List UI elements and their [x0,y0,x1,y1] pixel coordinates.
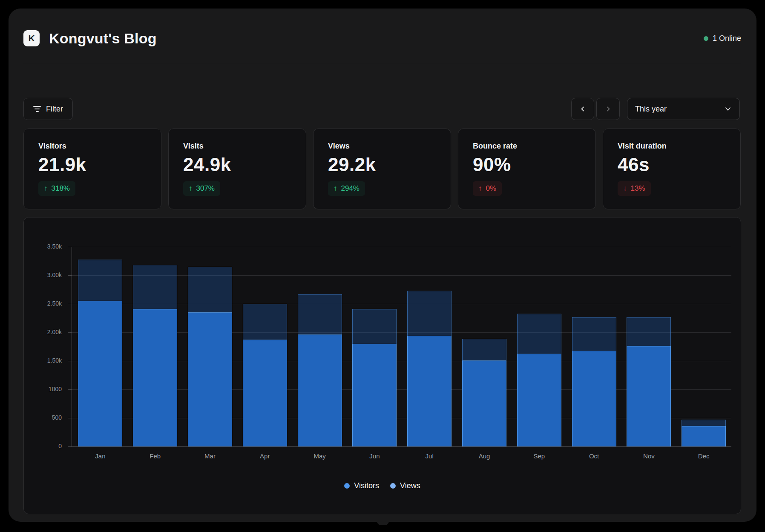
y-axis-line [72,247,72,447]
header-divider [23,64,741,64]
stat-card-visitors: Visitors 21.9k ↑318% [23,129,161,209]
x-axis-label-mar: Mar [183,452,238,461]
y-axis-tick [68,418,72,418]
bar-group-may[interactable] [292,247,347,446]
traffic-chart-card: 3.50k3.00k2.50k2.00k1.50k10005000JanFebM… [23,217,741,514]
stat-change-value: 307% [196,184,215,193]
y-axis-label: 3.50k [32,243,62,250]
y-axis-tick [68,446,72,447]
blog-logo: K [23,30,40,46]
stat-label: Bounce rate [473,142,581,151]
visitors-bar[interactable] [78,301,122,446]
stat-change-badge: ↑0% [473,181,502,196]
period-select-value: This year [635,105,667,114]
visitors-bar[interactable] [517,354,561,446]
stat-value: 24.9k [183,154,291,175]
bar-group-apr[interactable] [237,247,292,446]
y-axis-label: 500 [32,414,62,421]
stat-value: 90% [473,154,581,175]
bar-group-feb[interactable] [128,247,183,446]
stat-label: Visit duration [618,142,726,151]
next-period-button[interactable] [596,98,620,120]
x-axis-label-apr: Apr [237,452,292,461]
bar-group-mar[interactable] [183,247,238,446]
legend-dot-icon [390,483,396,489]
y-axis-label: 2.50k [32,300,62,307]
y-axis-tick [68,304,72,304]
online-status-dot-icon [704,36,708,41]
chevron-down-icon [724,105,732,113]
x-axis-label-feb: Feb [128,452,183,461]
period-select[interactable]: This year [627,98,740,120]
next-section-peek [377,520,389,525]
trend-arrow-icon: ↓ [623,184,627,193]
visitors-bar[interactable] [682,426,726,446]
trend-arrow-icon: ↑ [189,184,193,193]
visitors-bar[interactable] [298,335,342,446]
stat-value: 21.9k [38,154,147,175]
x-axis-label-nov: Nov [621,452,676,461]
logo-letter: K [28,33,35,43]
stat-change-value: 13% [631,184,645,193]
bar-group-jul[interactable] [402,247,457,446]
filter-button-label: Filter [46,105,63,114]
visitors-bar[interactable] [188,312,232,446]
visitors-bar[interactable] [627,346,671,446]
y-axis-tick [68,247,72,247]
visitors-bar[interactable] [133,309,177,446]
x-axis-label-jul: Jul [402,452,457,461]
visitors-bar[interactable] [462,360,506,446]
bar-chart: 3.50k3.00k2.50k2.00k1.50k10005000JanFebM… [24,217,741,514]
legend-label: Visitors [354,481,379,490]
bar-group-sep[interactable] [512,247,567,446]
chevron-left-icon [579,106,586,112]
legend-item-views[interactable]: Views [390,481,420,490]
x-axis-label-aug: Aug [457,452,512,461]
chart-legend: VisitorsViews [24,481,741,490]
legend-dot-icon [344,483,350,489]
visitors-bar[interactable] [407,336,452,446]
stat-change-badge: ↑318% [38,181,75,196]
stat-value: 46s [618,154,726,175]
visitors-bar[interactable] [243,340,287,446]
online-status: 1 Online [704,34,741,43]
bar-group-oct[interactable] [567,247,621,446]
visitors-bar[interactable] [352,344,397,446]
stat-value: 29.2k [328,154,436,175]
y-axis-label: 1.50k [32,357,62,364]
x-axis-label-sep: Sep [512,452,567,461]
x-axis-label-may: May [292,452,347,461]
filter-icon [33,106,41,112]
y-axis-tick [68,361,72,361]
bar-group-dec[interactable] [676,247,731,446]
bar-group-jan[interactable] [73,247,128,446]
previous-period-button[interactable] [571,98,594,120]
trend-arrow-icon: ↑ [478,184,482,193]
stat-change-value: 318% [52,184,70,193]
chevron-right-icon [605,106,612,112]
bar-group-aug[interactable] [457,247,512,446]
y-axis-tick [68,275,72,276]
stat-change-value: 294% [341,184,359,193]
legend-item-visitors[interactable]: Visitors [344,481,379,490]
x-axis-line [72,446,731,447]
toolbar: Filter This year [9,98,756,120]
y-axis-label: 2.00k [32,329,62,335]
visitors-bar[interactable] [572,351,616,446]
page-title: Kongvut's Blog [49,30,157,47]
dashboard-panel: K Kongvut's Blog 1 Online Filter This ye… [9,9,756,522]
filter-button[interactable]: Filter [23,98,73,120]
bar-group-jun[interactable] [347,247,402,446]
stat-card-visits: Visits 24.9k ↑307% [168,129,306,209]
stat-change-badge: ↑294% [328,181,365,196]
y-axis-label: 1000 [32,386,62,392]
bar-group-nov[interactable] [621,247,676,446]
header: K Kongvut's Blog 1 Online [23,25,741,52]
y-axis-tick [68,389,72,390]
stat-card-views: Views 29.2k ↑294% [313,129,451,209]
stat-change-value: 0% [486,184,497,193]
x-axis-label-jun: Jun [347,452,402,461]
stat-cards-row: Visitors 21.9k ↑318% Visits 24.9k ↑307% … [23,129,741,209]
stat-label: Views [328,142,436,151]
y-axis-label: 0 [32,443,62,449]
